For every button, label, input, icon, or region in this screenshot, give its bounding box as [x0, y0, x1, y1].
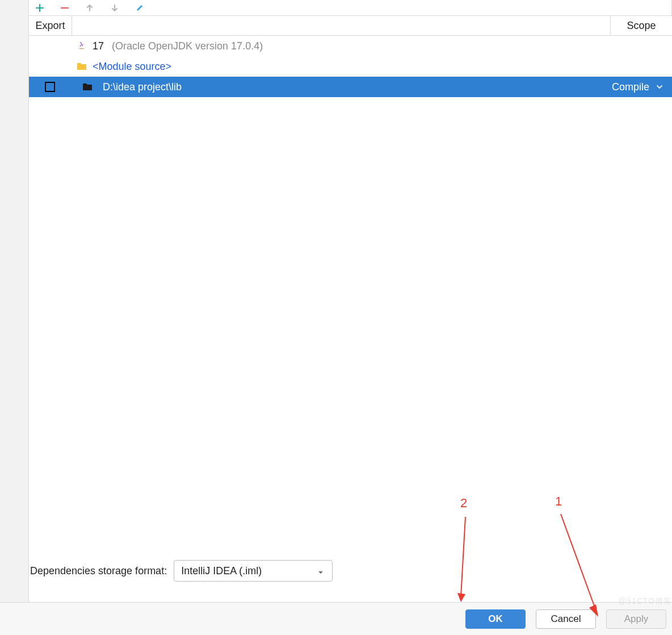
- storage-format-combo[interactable]: IntelliJ IDEA (.iml): [174, 560, 333, 582]
- toolbar: [29, 0, 672, 15]
- sdk-version: 17: [93, 40, 104, 52]
- list-empty-space: [29, 97, 672, 555]
- library-row-selected[interactable]: D:\idea project\lib Compile: [29, 77, 672, 97]
- scope-selector[interactable]: Compile: [612, 81, 672, 93]
- left-gutter: [0, 0, 29, 635]
- dialog-footer: OK Cancel Apply: [0, 602, 672, 635]
- header-name[interactable]: [72, 16, 611, 35]
- folder-icon: [77, 62, 87, 71]
- annotation-number-2: 2: [460, 496, 467, 511]
- export-checkbox[interactable]: [45, 82, 55, 92]
- cancel-button[interactable]: Cancel: [536, 609, 596, 629]
- table-headers: Export Scope: [29, 15, 672, 36]
- apply-button[interactable]: Apply: [606, 609, 666, 629]
- storage-format-row: Dependencies storage format: IntelliJ ID…: [29, 560, 672, 582]
- folder-dark-icon: [82, 82, 93, 91]
- storage-format-value: IntelliJ IDEA (.iml): [181, 565, 317, 577]
- watermark-text: @51CTO博客: [618, 596, 672, 607]
- sdk-desc: (Oracle OpenJDK version 17.0.4): [112, 40, 263, 52]
- add-button[interactable]: [35, 3, 45, 13]
- move-up-button[interactable]: [85, 3, 95, 13]
- dropdown-triangle-icon: [317, 567, 325, 575]
- chevron-down-icon: [655, 82, 664, 91]
- library-path: D:\idea project\lib: [103, 81, 606, 93]
- sdk-row[interactable]: 17 (Oracle OpenJDK version 17.0.4): [29, 36, 672, 56]
- ok-button[interactable]: OK: [465, 609, 526, 629]
- module-source-row[interactable]: <Module source>: [29, 56, 672, 77]
- storage-format-label: Dependencies storage format:: [30, 565, 167, 577]
- remove-button[interactable]: [60, 3, 70, 13]
- header-scope[interactable]: Scope: [611, 16, 672, 35]
- java-icon: [77, 41, 87, 51]
- move-down-button[interactable]: [110, 3, 120, 13]
- edit-button[interactable]: [135, 3, 145, 13]
- dependency-list: 17 (Oracle OpenJDK version 17.0.4) <Modu…: [29, 36, 672, 97]
- right-panel: Export Scope 17 (Oracle OpenJDK version …: [29, 0, 672, 635]
- scope-value: Compile: [612, 81, 649, 93]
- module-source-label: <Module source>: [93, 61, 171, 73]
- annotation-number-1: 1: [555, 494, 562, 509]
- header-export[interactable]: Export: [29, 16, 72, 35]
